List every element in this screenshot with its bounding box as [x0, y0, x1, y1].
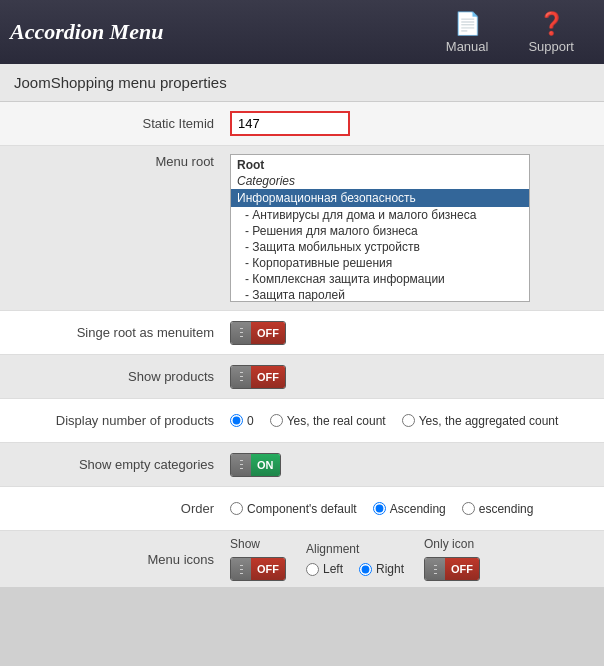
- menu-root-label: Menu root: [0, 154, 230, 169]
- show-products-row: Show products OFF: [0, 355, 604, 399]
- display-number-radio-group: 0 Yes, the real count Yes, the aggregate…: [230, 414, 558, 428]
- show-empty-label: Show empty categories: [0, 457, 230, 472]
- handle-line: [240, 332, 243, 333]
- show-empty-toggle[interactable]: ON: [230, 453, 281, 477]
- handle-line: [240, 464, 243, 465]
- content-area: Static Itemid Menu root Root Categories …: [0, 102, 604, 587]
- radio-input-0[interactable]: [230, 414, 243, 427]
- nav-manual-label: Manual: [446, 39, 489, 54]
- list-item-categories[interactable]: Categories: [231, 173, 529, 189]
- radio-item-escending[interactable]: escending: [462, 502, 534, 516]
- only-icon-group: Only icon OFF: [424, 537, 480, 581]
- radio-item-default[interactable]: Component's default: [230, 502, 357, 516]
- list-item[interactable]: - Антивирусы для дома и малого бизнеса: [231, 207, 529, 223]
- radio-item-0[interactable]: 0: [230, 414, 254, 428]
- radio-input-escending[interactable]: [462, 502, 475, 515]
- show-products-label: Show products: [0, 369, 230, 384]
- show-empty-content: ON: [230, 453, 604, 477]
- toggle-handle: [231, 453, 251, 477]
- singe-root-row: Singe root as menuitem OFF: [0, 311, 604, 355]
- list-item-root[interactable]: Root: [231, 157, 529, 173]
- menu-root-content: Root Categories Информационная безопасно…: [230, 154, 604, 302]
- handle-line: [434, 565, 437, 566]
- list-item[interactable]: - Защита мобильных устройств: [231, 239, 529, 255]
- show-products-toggle[interactable]: OFF: [230, 365, 286, 389]
- radio-item-left[interactable]: Left: [306, 562, 343, 576]
- header-nav: 📄 Manual ❓ Support: [426, 3, 594, 62]
- list-item[interactable]: - Комплексная защита информации: [231, 271, 529, 287]
- handle-line: [240, 336, 243, 337]
- handle-line: [240, 468, 243, 469]
- radio-label-right: Right: [376, 562, 404, 576]
- menu-icons-show-toggle[interactable]: OFF: [230, 557, 286, 581]
- nav-support[interactable]: ❓ Support: [508, 3, 594, 62]
- list-item[interactable]: - Корпоративные решения: [231, 255, 529, 271]
- menu-root-row: Menu root Root Categories Информационная…: [0, 146, 604, 311]
- radio-item-right[interactable]: Right: [359, 562, 404, 576]
- order-label: Order: [0, 501, 230, 516]
- menu-icons-groups: Show OFF: [230, 537, 480, 581]
- only-icon-toggle[interactable]: OFF: [424, 557, 480, 581]
- radio-label-default: Component's default: [247, 502, 357, 516]
- menu-icons-content: Show OFF: [230, 537, 604, 581]
- handle-line: [240, 328, 243, 329]
- alignment-group-label: Alignment: [306, 542, 404, 556]
- radio-label-escending: escending: [479, 502, 534, 516]
- show-group-label: Show: [230, 537, 286, 551]
- show-empty-row: Show empty categories ON: [0, 443, 604, 487]
- handle-line: [240, 372, 243, 373]
- show-group: Show OFF: [230, 537, 286, 581]
- nav-support-label: Support: [528, 39, 574, 54]
- header: Accordion Menu 📄 Manual ❓ Support: [0, 0, 604, 64]
- toggle-off-label: OFF: [251, 557, 285, 581]
- singe-root-label: Singe root as menuitem: [0, 325, 230, 340]
- static-itemid-input[interactable]: [230, 111, 350, 136]
- radio-input-default[interactable]: [230, 502, 243, 515]
- radio-label-real: Yes, the real count: [287, 414, 386, 428]
- static-itemid-row: Static Itemid: [0, 102, 604, 146]
- order-radio-group: Component's default Ascending escending: [230, 502, 533, 516]
- list-item-selected[interactable]: Информационная безопасность: [231, 189, 529, 207]
- alignment-group: Alignment Left Right: [306, 542, 404, 576]
- handle-lines: [434, 565, 437, 574]
- radio-label-ascending: Ascending: [390, 502, 446, 516]
- page-title: JoomShopping menu properties: [0, 64, 604, 102]
- singe-root-toggle[interactable]: OFF: [230, 321, 286, 345]
- show-products-content: OFF: [230, 365, 604, 389]
- radio-item-real[interactable]: Yes, the real count: [270, 414, 386, 428]
- handle-line: [434, 569, 437, 570]
- radio-input-aggregated[interactable]: [402, 414, 415, 427]
- support-icon: ❓: [538, 11, 565, 37]
- handle-lines: [240, 328, 243, 337]
- list-item[interactable]: - Защита паролей: [231, 287, 529, 302]
- radio-input-ascending[interactable]: [373, 502, 386, 515]
- radio-input-left[interactable]: [306, 563, 319, 576]
- toggle-off-label: OFF: [251, 365, 285, 389]
- nav-manual[interactable]: 📄 Manual: [426, 3, 509, 62]
- static-itemid-label: Static Itemid: [0, 116, 230, 131]
- list-item[interactable]: - Решения для малого бизнеса: [231, 223, 529, 239]
- handle-lines: [240, 372, 243, 381]
- only-icon-group-control: OFF: [424, 557, 480, 581]
- handle-line: [240, 565, 243, 566]
- display-number-label: Display number of products: [0, 413, 230, 428]
- handle-line: [240, 460, 243, 461]
- singe-root-content: OFF: [230, 321, 604, 345]
- radio-input-right[interactable]: [359, 563, 372, 576]
- handle-line: [240, 380, 243, 381]
- toggle-off-label: OFF: [251, 321, 285, 345]
- display-number-content: 0 Yes, the real count Yes, the aggregate…: [230, 414, 604, 428]
- radio-item-ascending[interactable]: Ascending: [373, 502, 446, 516]
- toggle-handle: [231, 321, 251, 345]
- menu-root-listbox[interactable]: Root Categories Информационная безопасно…: [230, 154, 530, 302]
- menu-icons-label: Menu icons: [0, 552, 230, 567]
- radio-input-real[interactable]: [270, 414, 283, 427]
- radio-item-aggregated[interactable]: Yes, the aggregated count: [402, 414, 559, 428]
- only-icon-group-label: Only icon: [424, 537, 480, 551]
- alignment-radio-group: Left Right: [306, 562, 404, 576]
- toggle-on-label: ON: [251, 453, 280, 477]
- order-row: Order Component's default Ascending esce…: [0, 487, 604, 531]
- show-group-control: OFF: [230, 557, 286, 581]
- alignment-group-control: Left Right: [306, 562, 404, 576]
- radio-label-left: Left: [323, 562, 343, 576]
